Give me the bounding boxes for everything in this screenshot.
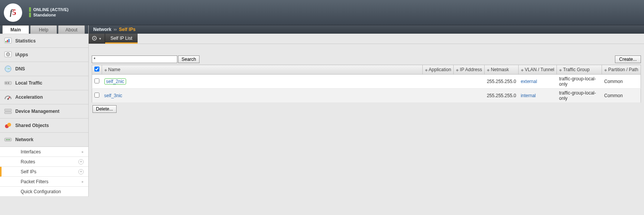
- svg-rect-10: [8, 82, 9, 84]
- sort-icon[interactable]: ◆: [104, 68, 107, 72]
- svg-point-16: [7, 123, 11, 127]
- gear-menu[interactable]: ▼: [89, 34, 105, 44]
- svg-point-22: [94, 37, 95, 39]
- col-vlan[interactable]: VLAN / Tunnel: [525, 67, 554, 72]
- device-icon: [4, 108, 12, 115]
- self-ip-link[interactable]: self_2nic: [104, 78, 126, 85]
- caret-down-icon: ▼: [99, 37, 102, 41]
- gear-icon: [92, 36, 97, 42]
- cell-netmask: 255.255.255.0: [485, 75, 519, 89]
- sidebar-item-iapps[interactable]: iApps: [0, 48, 88, 62]
- self-ip-link[interactable]: self_3nic: [104, 93, 122, 98]
- svg-point-6: [8, 54, 9, 55]
- svg-rect-3: [8, 39, 10, 42]
- search-input[interactable]: [92, 55, 177, 63]
- globe-icon: [4, 65, 12, 73]
- breadcrumb-separator: ››: [114, 27, 117, 32]
- table-row: self_3nic 255.255.255.0 internal traffic…: [92, 89, 641, 103]
- sort-icon[interactable]: ◆: [559, 68, 562, 72]
- submenu-interfaces[interactable]: Interfaces ▸: [0, 147, 88, 157]
- tab-self-ip-list[interactable]: Self IP List: [105, 34, 138, 44]
- svg-rect-13: [5, 109, 11, 111]
- plus-icon[interactable]: +: [78, 169, 84, 174]
- row-checkbox[interactable]: [94, 93, 99, 98]
- sidebar-item-label: DNS: [15, 66, 25, 72]
- sidebar-item-label: Statistics: [15, 38, 36, 44]
- svg-point-18: [6, 139, 7, 140]
- submenu-label: Quick Configuration: [21, 189, 61, 194]
- delete-button[interactable]: Delete...: [92, 105, 117, 113]
- sidebar-item-network[interactable]: Network: [0, 133, 88, 147]
- sidebar-item-label: Local Traffic: [15, 80, 42, 86]
- submenu-label: Routes: [21, 159, 35, 165]
- cell-ip: [454, 75, 485, 89]
- tab-main[interactable]: Main: [2, 25, 29, 34]
- vlan-link[interactable]: external: [521, 79, 537, 84]
- sidebar-item-label: Device Management: [15, 109, 59, 114]
- table-row: self_2nic 255.255.255.0 external traffic…: [92, 75, 641, 89]
- svg-rect-14: [5, 112, 11, 114]
- sub-tabs: ▼ Self IP List: [89, 34, 644, 44]
- tab-about[interactable]: About: [58, 25, 85, 34]
- local-traffic-icon: [4, 79, 12, 87]
- plus-icon[interactable]: +: [78, 159, 84, 165]
- sort-icon[interactable]: ◆: [487, 68, 490, 72]
- f5-logo: f5: [4, 3, 22, 22]
- svg-rect-2: [7, 40, 8, 42]
- vlan-link[interactable]: internal: [521, 93, 535, 98]
- sort-icon[interactable]: ◆: [604, 68, 607, 72]
- chevron-right-icon: ▸: [82, 150, 84, 154]
- cell-traffic: traffic-group-local-only: [557, 89, 602, 103]
- submenu-self-ips[interactable]: Self IPs +: [0, 167, 88, 177]
- submenu-quick-config[interactable]: Quick Configuration: [0, 187, 88, 197]
- row-checkbox[interactable]: [94, 78, 99, 83]
- breadcrumb: Network ›› Self IPs: [89, 25, 644, 34]
- network-icon: [4, 136, 12, 143]
- svg-rect-9: [5, 82, 7, 84]
- col-netmask[interactable]: Netmask: [491, 67, 509, 72]
- col-partition[interactable]: Partition / Path: [608, 67, 638, 72]
- logo-5: 5: [12, 8, 16, 16]
- sort-icon[interactable]: ◆: [521, 68, 524, 72]
- top-tabs: Main Help About: [0, 25, 88, 34]
- sidebar-item-label: Shared Objects: [15, 123, 49, 128]
- sidebar-item-acceleration[interactable]: Acceleration: [0, 90, 88, 104]
- col-ip[interactable]: IP Address: [460, 67, 482, 72]
- sidebar-item-label: Network: [15, 137, 33, 142]
- create-button[interactable]: Create...: [615, 55, 641, 63]
- col-traffic[interactable]: Traffic Group: [563, 67, 589, 72]
- search-button[interactable]: Search: [178, 55, 200, 63]
- sort-icon[interactable]: ◆: [456, 68, 459, 72]
- select-all-checkbox[interactable]: [94, 67, 99, 72]
- sidebar-item-local-traffic[interactable]: Local Traffic: [0, 76, 88, 90]
- network-submenu: Interfaces ▸ Routes + Self IPs + Packet …: [0, 147, 88, 197]
- status-indicator-icon: [29, 7, 31, 12]
- sidebar-item-device-management[interactable]: Device Management: [0, 104, 88, 119]
- status-block: ONLINE (ACTIVE) Standalone: [29, 7, 68, 18]
- submenu-packet-filters[interactable]: Packet Filters ▸: [0, 177, 88, 187]
- sort-icon[interactable]: ◆: [425, 68, 428, 72]
- sidebar-item-statistics[interactable]: Statistics: [0, 34, 88, 48]
- sidebar-item-dns[interactable]: DNS: [0, 62, 88, 76]
- chevron-right-icon: ▸: [82, 179, 84, 184]
- iapps-icon: [4, 51, 12, 59]
- cell-application: [422, 75, 454, 89]
- shared-objects-icon: [4, 122, 12, 129]
- status-indicator-icon: [29, 13, 31, 17]
- sidebar-item-shared-objects[interactable]: Shared Objects: [0, 119, 88, 133]
- col-name[interactable]: Name: [108, 67, 120, 72]
- sidebar: Statistics iApps DNS Local Traffic: [0, 34, 88, 197]
- sidebar-item-label: iApps: [15, 52, 28, 57]
- statistics-icon: [4, 37, 12, 45]
- cell-netmask: 255.255.255.0: [485, 89, 519, 103]
- gauge-icon: [4, 93, 12, 101]
- cell-partition: Common: [602, 89, 641, 103]
- cell-application: [422, 89, 454, 103]
- col-application[interactable]: Application: [429, 67, 451, 72]
- status-standalone: Standalone: [33, 13, 56, 17]
- cell-ip: [454, 89, 485, 103]
- tab-help[interactable]: Help: [30, 25, 57, 34]
- sidebar-item-label: Acceleration: [15, 94, 43, 100]
- breadcrumb-root[interactable]: Network: [93, 27, 111, 32]
- submenu-routes[interactable]: Routes +: [0, 157, 88, 167]
